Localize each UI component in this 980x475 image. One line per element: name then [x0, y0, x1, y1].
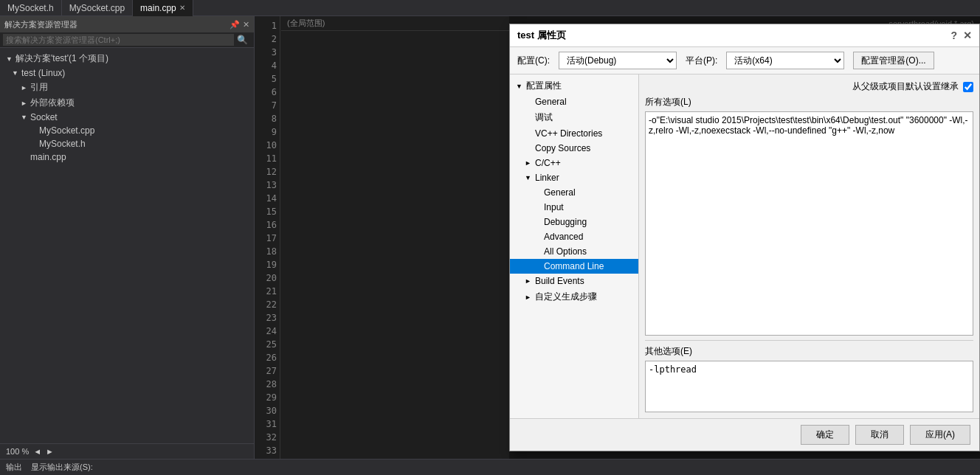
- tree-arrow: ▼: [6, 55, 13, 63]
- other-options-textarea[interactable]: [645, 361, 973, 412]
- output-label: 输出: [6, 462, 22, 473]
- tab-maincpp[interactable]: main.cpp ✕: [133, 0, 193, 16]
- inherit-row: 从父级或项目默认设置继承: [645, 80, 973, 93]
- tree-item-label: test (Linux): [21, 68, 65, 78]
- config-label: 配置(C):: [517, 55, 550, 67]
- tree-item-socket[interactable]: ▼ Socket: [0, 111, 254, 124]
- sidebar-pin-icon[interactable]: 📌: [230, 20, 240, 30]
- cancel-button[interactable]: 取消: [855, 425, 904, 445]
- tree-arrow: ►: [525, 277, 532, 285]
- prop-tree-label: Copy Sources: [535, 143, 590, 153]
- tree-item-mysocketh[interactable]: MySocket.h: [0, 137, 254, 150]
- prop-tree-config-props[interactable]: ▼ 配置属性: [510, 77, 638, 94]
- dialog-help-btn[interactable]: ?: [950, 30, 957, 41]
- prop-tree-linker-cmdline[interactable]: Command Line: [510, 259, 638, 274]
- tree-item-test[interactable]: ▼ test (Linux): [0, 66, 254, 80]
- dialog-close-btn[interactable]: ✕: [963, 30, 972, 41]
- prop-tree-copy-sources[interactable]: Copy Sources: [510, 141, 638, 156]
- line-numbers: 12345 678910 1112131415 1617181920 21222…: [255, 16, 280, 459]
- zoom-arrow-right[interactable]: ►: [46, 447, 54, 456]
- prop-tree-label: All Options: [544, 246, 587, 257]
- dialog-body: ▼ 配置属性 General 调试: [510, 74, 979, 418]
- dialog-footer: 确定 取消 应用(A): [510, 418, 979, 451]
- prop-tree-label: Debugging: [544, 217, 587, 227]
- output-bar: 输出 显示输出来源(S):: [0, 459, 980, 475]
- solution-explorer: 解决方案资源管理器 📌 ✕ 🔍 ▼ 解决方案'test'(1 个项目) ▼ te…: [0, 16, 255, 459]
- tree-arrow: ►: [525, 294, 532, 301]
- prop-tree-vc-dirs[interactable]: VC++ Directories: [510, 126, 638, 141]
- tree-item-label: Socket: [30, 112, 58, 122]
- platform-select[interactable]: 活动(x64): [726, 52, 844, 69]
- sidebar-title-bar: 解决方案资源管理器 📌 ✕: [0, 16, 254, 32]
- inherit-checkbox[interactable]: [963, 82, 973, 92]
- zoom-level: 100 %: [6, 447, 29, 456]
- prop-tree-label: 配置属性: [526, 80, 562, 92]
- prop-tree-general[interactable]: General: [510, 94, 638, 109]
- prop-tree-label: General: [535, 97, 567, 107]
- other-options-label: 其他选项(E): [645, 345, 973, 358]
- prop-tree-cpp[interactable]: ► C/C++: [510, 156, 638, 170]
- sidebar-close-icon[interactable]: ✕: [243, 20, 249, 30]
- prop-tree-label: Command Line: [544, 261, 604, 271]
- tree-item-external[interactable]: ► 外部依赖项: [0, 95, 254, 111]
- dialog-title-controls: ? ✕: [950, 30, 972, 41]
- prop-tree-label: General: [544, 187, 576, 198]
- zoom-arrow-left[interactable]: ◄: [33, 447, 41, 456]
- all-options-textarea[interactable]: [645, 111, 973, 336]
- tree-item-label: main.cpp: [30, 152, 66, 162]
- inherit-label: 从父级或项目默认设置继承: [852, 80, 959, 93]
- prop-tree-label: C/C++: [535, 158, 561, 168]
- prop-tree-label: Build Events: [535, 276, 584, 286]
- property-tree: ▼ 配置属性 General 调试: [510, 74, 639, 418]
- tree-item-mysocketcpp[interactable]: MySocket.cpp: [0, 124, 254, 137]
- tab-maincpp-label: main.cpp: [140, 3, 176, 13]
- prop-tree-custom-build[interactable]: ► 自定义生成步骤: [510, 288, 638, 305]
- prop-tree-linker[interactable]: ▼ Linker: [510, 170, 638, 185]
- config-select[interactable]: 活动(Debug): [559, 52, 677, 69]
- tree-item-label: 解决方案'test'(1 个项目): [15, 52, 108, 65]
- breadcrumb-text: (全局范围): [287, 18, 325, 29]
- tree-item-maincpp[interactable]: main.cpp: [0, 150, 254, 164]
- tab-close-icon[interactable]: ✕: [179, 4, 185, 12]
- tree-arrow: ▼: [21, 114, 28, 121]
- tree-item-solution[interactable]: ▼ 解决方案'test'(1 个项目): [0, 51, 254, 66]
- tree-item-references[interactable]: ► 引用: [0, 80, 254, 95]
- prop-tree-debug[interactable]: 调试: [510, 109, 638, 126]
- prop-tree-label: Advanced: [544, 232, 583, 242]
- tree-arrow: ►: [21, 100, 28, 107]
- all-options-label: 所有选项(L): [645, 96, 973, 108]
- prop-tree-linker-advanced[interactable]: Advanced: [510, 229, 638, 244]
- tree-item-label: 引用: [30, 81, 48, 94]
- ok-button[interactable]: 确定: [801, 425, 849, 445]
- prop-tree-linker-debugging[interactable]: Debugging: [510, 215, 638, 229]
- prop-tree-label: 自定义生成步骤: [535, 291, 597, 303]
- tree-arrow: ►: [525, 159, 532, 167]
- other-options-section: 其他选项(E): [645, 345, 973, 412]
- prop-divider: [645, 340, 973, 341]
- tree-item-label: MySocket.cpp: [39, 125, 94, 136]
- prop-tree-linker-general[interactable]: General: [510, 185, 638, 200]
- prop-tree-linker-input[interactable]: Input: [510, 200, 638, 215]
- tree-arrow: ▼: [525, 174, 532, 181]
- dialog-title-bar: test 属性页 ? ✕: [510, 24, 979, 47]
- search-input[interactable]: [3, 34, 234, 46]
- search-icon[interactable]: 🔍: [234, 35, 251, 45]
- prop-tree-build-events[interactable]: ► Build Events: [510, 274, 638, 288]
- tree-arrow: ►: [21, 84, 28, 91]
- file-tree: ▼ 解决方案'test'(1 个项目) ▼ test (Linux) ► 引用 …: [0, 48, 254, 443]
- tree-arrow: ▼: [516, 83, 523, 90]
- dialog-config-row: 配置(C): 活动(Debug) 平台(P): 活动(x64) 配置管理器(O)…: [510, 47, 979, 74]
- prop-tree-label: Linker: [535, 173, 559, 183]
- platform-label: 平台(P):: [686, 55, 717, 67]
- prop-tree-label: 调试: [535, 111, 553, 124]
- tab-mysocketcpp-label: MySocket.cpp: [69, 3, 125, 13]
- apply-button[interactable]: 应用(A): [910, 425, 970, 445]
- dialog-title-text: test 属性页: [517, 29, 566, 42]
- tab-mysocketh[interactable]: MySocket.h: [0, 0, 62, 16]
- prop-tree-label: VC++ Directories: [535, 128, 602, 139]
- output-source-label: 显示输出来源(S):: [31, 462, 93, 473]
- code-editor[interactable]: 12345 678910 1112131415 1617181920 21222…: [255, 16, 980, 459]
- tab-mysocketcpp[interactable]: MySocket.cpp: [62, 0, 133, 16]
- prop-tree-linker-all-options[interactable]: All Options: [510, 244, 638, 259]
- config-manager-btn[interactable]: 配置管理器(O)...: [853, 52, 934, 69]
